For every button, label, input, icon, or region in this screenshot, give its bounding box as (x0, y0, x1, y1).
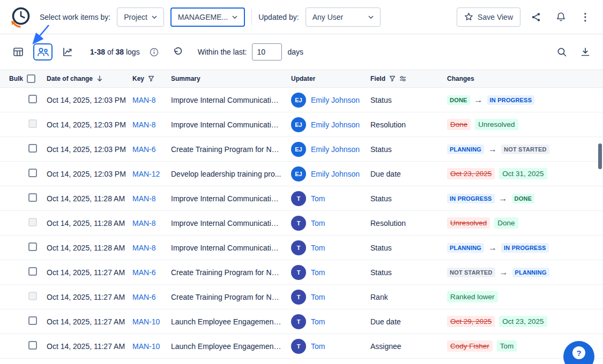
field-filter-icon[interactable] (389, 75, 396, 82)
save-view-label: Save View (478, 13, 513, 21)
bulk-cell (9, 169, 47, 179)
updater-name-link[interactable]: Tom (311, 268, 325, 277)
project-value-dropdown-label: MANAGEME... (178, 13, 228, 21)
people-view-button[interactable] (33, 43, 53, 60)
row-changes: UnresolvedDone (447, 217, 603, 229)
row-key-link[interactable]: MAN-8 (132, 120, 171, 129)
row-key-link[interactable]: MAN-8 (132, 96, 171, 104)
row-checkbox[interactable] (28, 193, 37, 202)
app-logo[interactable] (9, 5, 33, 29)
status-lozenge: IN PROGRESS (447, 194, 495, 203)
table-row: Oct 14, 2025, 11:28 AMMAN-8Improve Inter… (0, 211, 603, 236)
updated-by-dropdown-label: Any User (312, 13, 344, 21)
refresh-icon (173, 47, 183, 57)
more-options-button[interactable]: ⋮ (576, 8, 594, 26)
table-row: Oct 14, 2025, 12:03 PMMAN-12Develop lead… (0, 162, 603, 186)
updater-name-link[interactable]: Emily Johnson (311, 170, 360, 178)
row-updater: EJEmily Johnson (291, 117, 370, 132)
row-checkbox (28, 218, 37, 226)
bell-icon (556, 12, 566, 22)
row-changes: Ranked lower (447, 291, 603, 302)
chevron-down-icon (152, 16, 157, 19)
row-updater: EJEmily Johnson (291, 93, 370, 108)
table-row: Oct 14, 2025, 11:27 AMMAN-6Create Traini… (0, 285, 603, 309)
table-body: Oct 14, 2025, 12:03 PMMAN-8Improve Inter… (0, 88, 603, 359)
updater-name-link[interactable]: Tom (311, 317, 325, 326)
log-count: 1-38 of 38 logs (90, 48, 140, 56)
updater-name-link[interactable]: Tom (311, 293, 325, 301)
updater-name-link[interactable]: Tom (311, 219, 325, 228)
table-row: Oct 14, 2025, 11:28 AMMAN-8Improve Inter… (0, 236, 603, 260)
row-checkbox[interactable] (28, 316, 37, 325)
new-value-badge: Oct 23, 2025 (499, 316, 547, 327)
row-date: Oct 14, 2025, 11:27 AM (47, 293, 132, 301)
row-updater: TTom (291, 265, 370, 280)
count-info-button[interactable] (145, 43, 163, 61)
row-field: Rank (370, 293, 447, 301)
row-summary: Launch Employee Engagement ... (171, 342, 291, 351)
help-icon: ? (572, 346, 585, 359)
row-changes: DONE→IN PROGRESS (447, 95, 603, 105)
row-updater: TTom (291, 216, 370, 231)
project-type-dropdown[interactable]: Project (117, 7, 164, 27)
notifications-button[interactable] (552, 8, 570, 26)
row-key-link[interactable]: MAN-8 (132, 219, 171, 228)
count-total: 38 (116, 48, 124, 56)
project-value-dropdown[interactable]: MANAGEME... (170, 7, 245, 27)
filter-settings-icon[interactable] (399, 75, 406, 82)
bulk-cell (9, 95, 47, 105)
avatar: T (291, 339, 306, 354)
row-changes: Oct 23, 2025Oct 31, 2025 (447, 168, 603, 179)
view-toolbar: 1-38 of 38 logs Within the last: days (0, 34, 603, 70)
share-button[interactable] (527, 8, 545, 26)
updater-name-link[interactable]: Tom (311, 244, 325, 252)
updater-name-link[interactable]: Emily Johnson (311, 96, 360, 104)
row-key-link[interactable]: MAN-6 (132, 145, 171, 154)
refresh-button[interactable] (169, 43, 187, 61)
row-key-link[interactable]: MAN-8 (132, 194, 171, 203)
row-key-link[interactable]: MAN-10 (132, 317, 171, 326)
chevron-down-icon (368, 16, 374, 19)
row-date: Oct 14, 2025, 11:27 AM (47, 317, 132, 326)
vertical-scrollbar[interactable] (598, 143, 602, 169)
updater-name-link[interactable]: Tom (311, 342, 325, 351)
row-checkbox[interactable] (28, 242, 37, 251)
sort-descending-icon[interactable] (96, 75, 103, 82)
updater-name-link[interactable]: Emily Johnson (311, 120, 360, 129)
search-button[interactable] (553, 43, 571, 61)
chart-view-button[interactable] (58, 43, 77, 60)
row-updater: EJEmily Johnson (291, 142, 370, 157)
select-work-items-label: Select work items by: (40, 13, 110, 21)
save-view-button[interactable]: Save View (457, 7, 520, 27)
status-lozenge: PLANNING (447, 243, 484, 253)
row-checkbox[interactable] (28, 95, 37, 103)
row-checkbox[interactable] (28, 169, 37, 177)
row-summary: Develop leadership training pro... (171, 170, 291, 178)
row-field: Resolution (370, 219, 447, 228)
row-checkbox[interactable] (28, 144, 37, 153)
row-key-link[interactable]: MAN-10 (132, 342, 171, 351)
updater-name-link[interactable]: Emily Johnson (311, 145, 360, 154)
row-key-link[interactable]: MAN-12 (132, 170, 171, 178)
updated-by-dropdown[interactable]: Any User (306, 7, 381, 27)
days-label: days (287, 48, 303, 56)
row-changes: DoneUnresolved (447, 119, 603, 130)
row-key-link[interactable]: MAN-6 (132, 268, 171, 277)
table-view-button[interactable] (9, 43, 28, 60)
row-field: Due date (370, 170, 447, 178)
within-days-input[interactable] (252, 43, 282, 60)
clock-logo-icon (9, 5, 33, 29)
transition-arrow-icon: → (488, 243, 497, 253)
row-date: Oct 14, 2025, 12:03 PM (47, 145, 132, 154)
row-key-link[interactable]: MAN-8 (132, 244, 171, 252)
new-value-badge: Done (494, 217, 518, 229)
download-button[interactable] (576, 43, 594, 61)
transition-arrow-icon: → (500, 268, 508, 277)
key-filter-icon[interactable] (148, 75, 154, 82)
row-key-link[interactable]: MAN-6 (132, 293, 171, 301)
row-checkbox[interactable] (28, 341, 37, 350)
row-changes: Oct 29, 2025Oct 23, 2025 (447, 316, 603, 327)
row-checkbox[interactable] (28, 267, 37, 276)
updater-name-link[interactable]: Tom (311, 194, 325, 203)
bulk-select-checkbox[interactable] (27, 74, 35, 83)
